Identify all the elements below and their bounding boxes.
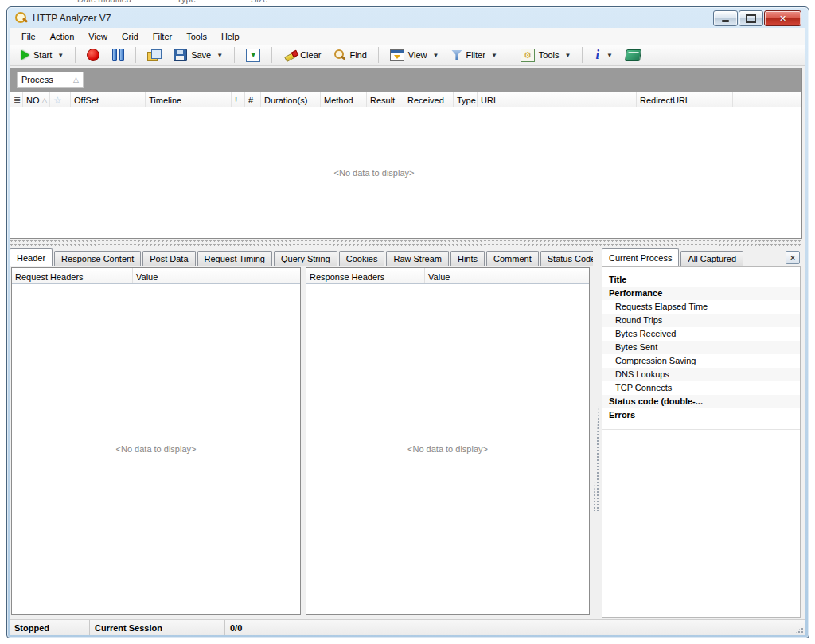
titlebar[interactable]: HTTP Analyzer V7 ✕ bbox=[7, 7, 809, 29]
tree-item-title[interactable]: Title bbox=[602, 273, 800, 287]
tab-cookies[interactable]: Cookies bbox=[339, 251, 385, 266]
status-filler bbox=[267, 620, 805, 635]
view-button[interactable]: View ▼ bbox=[384, 47, 445, 64]
tree-item-compression-saving[interactable]: Compression Saving bbox=[602, 354, 800, 368]
tools-button-label: Tools bbox=[539, 50, 560, 60]
status-state-label: Stopped bbox=[14, 623, 49, 633]
info-button[interactable]: i ▼ bbox=[588, 47, 618, 63]
session-grid: Process △ ≣NO△☆OffSetTimeline!#Duration(… bbox=[10, 68, 802, 239]
side-tab-current-process[interactable]: Current Process bbox=[602, 248, 679, 266]
tab-header[interactable]: Header bbox=[10, 248, 53, 266]
tree-item-bytes-sent[interactable]: Bytes Sent bbox=[602, 341, 800, 354]
column-header-row-list[interactable]: ≣ bbox=[10, 92, 23, 107]
stop-button[interactable] bbox=[81, 46, 105, 64]
pause-button[interactable] bbox=[107, 46, 130, 64]
close-button[interactable]: ✕ bbox=[764, 10, 801, 26]
column-header-favorite-star[interactable]: ☆ bbox=[50, 92, 71, 107]
column-header-col[interactable]: ! bbox=[232, 92, 245, 107]
side-panel-body: TitlePerformanceRequests Elapsed TimeRou… bbox=[602, 266, 801, 618]
save-dropdown-arrow-icon: ▼ bbox=[216, 52, 223, 59]
column-header-duration-s[interactable]: Duration(s) bbox=[261, 92, 321, 107]
column-label-result: Result bbox=[370, 96, 395, 105]
explorer-column-size: Size bbox=[251, 0, 267, 4]
minimize-button[interactable] bbox=[713, 10, 738, 26]
tab-comment[interactable]: Comment bbox=[486, 251, 539, 266]
column-header-timeline[interactable]: Timeline bbox=[146, 92, 232, 107]
save-button[interactable]: Save ▼ bbox=[168, 46, 228, 64]
tab-raw-stream[interactable]: Raw Stream bbox=[386, 251, 449, 266]
resize-grip-icon[interactable] bbox=[794, 624, 805, 634]
side-panel-tab-bar: Current ProcessAll Captured bbox=[602, 248, 785, 266]
side-panel-close-button[interactable]: ✕ bbox=[786, 251, 800, 264]
request-grid-empty-text: <No data to display> bbox=[116, 444, 197, 454]
column-header-result[interactable]: Result bbox=[367, 92, 404, 107]
status-bar: StoppedCurrent Session0/0 bbox=[10, 619, 805, 635]
column-label-received: Received bbox=[408, 96, 444, 105]
tab-response-content[interactable]: Response Content bbox=[54, 251, 141, 266]
app-icon bbox=[14, 12, 28, 25]
favorite-star-icon: ☆ bbox=[53, 96, 62, 105]
filter-button[interactable]: Filter ▼ bbox=[446, 48, 502, 62]
clear-button[interactable]: Clear bbox=[278, 47, 326, 64]
column-header-response-headers[interactable]: Response Headers bbox=[306, 268, 425, 283]
vertical-splitter[interactable] bbox=[593, 248, 600, 619]
column-header-request-value[interactable]: Value bbox=[133, 268, 300, 283]
column-label-timeline: Timeline bbox=[149, 96, 181, 105]
column-label-method: Method bbox=[324, 96, 353, 105]
column-label-redirecturl: RedirectURL bbox=[640, 96, 690, 105]
status-count: 0/0 bbox=[225, 620, 267, 635]
menu-item-action[interactable]: Action bbox=[43, 29, 82, 45]
response-grid-empty-text: <No data to display> bbox=[408, 444, 488, 454]
menu-item-view[interactable]: View bbox=[81, 29, 115, 45]
column-header-received[interactable]: Received bbox=[404, 92, 454, 107]
tools-button[interactable]: ⚙ Tools ▼ bbox=[515, 46, 577, 64]
tab-hints[interactable]: Hints bbox=[450, 251, 485, 266]
maximize-button[interactable] bbox=[739, 10, 763, 26]
statistics-tree: TitlePerformanceRequests Elapsed TimeRou… bbox=[602, 273, 800, 422]
group-by-process-button[interactable]: Process △ bbox=[17, 72, 84, 88]
column-header-request-headers[interactable]: Request Headers bbox=[12, 268, 133, 283]
column-label-offset: OffSet bbox=[74, 96, 99, 105]
column-header-response-value[interactable]: Value bbox=[425, 268, 589, 283]
column-header-no[interactable]: NO△ bbox=[23, 92, 50, 107]
tree-item-requests-elapsed-time[interactable]: Requests Elapsed Time bbox=[602, 300, 800, 314]
tree-item-dns-lookups[interactable]: DNS Lookups bbox=[602, 368, 800, 381]
tools-dropdown-arrow-icon: ▼ bbox=[565, 52, 571, 59]
menu-item-filter[interactable]: Filter bbox=[146, 29, 179, 45]
column-header-type[interactable]: Type bbox=[454, 92, 478, 107]
tree-item-bytes-received[interactable]: Bytes Received bbox=[602, 327, 800, 341]
column-header-redirecturl[interactable]: RedirectURL bbox=[637, 92, 733, 107]
column-label-col: # bbox=[248, 96, 253, 105]
column-header-offset[interactable]: OffSet bbox=[71, 92, 146, 107]
tab-post-data[interactable]: Post Data bbox=[142, 251, 195, 266]
menu-item-tools[interactable]: Tools bbox=[179, 29, 214, 45]
horizontal-splitter[interactable] bbox=[10, 239, 802, 248]
tree-item-tcp-connects[interactable]: TCP Connects bbox=[602, 381, 800, 395]
column-header-col[interactable]: # bbox=[245, 92, 261, 107]
auto-scroll-button[interactable]: ▼ bbox=[240, 46, 266, 64]
help-button[interactable] bbox=[620, 47, 646, 64]
toolbar-separator bbox=[378, 47, 379, 63]
save-button-label: Save bbox=[191, 50, 211, 60]
menu-item-file[interactable]: File bbox=[14, 29, 43, 45]
toolbar-separator bbox=[75, 47, 76, 63]
column-header-method[interactable]: Method bbox=[321, 92, 367, 107]
find-button[interactable]: Find bbox=[328, 47, 372, 64]
tab-request-timing[interactable]: Request Timing bbox=[197, 251, 272, 266]
menu-item-help[interactable]: Help bbox=[214, 29, 247, 45]
toolbar-separator bbox=[234, 47, 235, 63]
resubmit-button[interactable] bbox=[142, 47, 166, 64]
start-button[interactable]: Start ▼ bbox=[16, 48, 69, 62]
column-label-col: ! bbox=[235, 96, 237, 105]
tree-item-errors[interactable]: Errors bbox=[602, 408, 800, 422]
tab-query-string[interactable]: Query String bbox=[274, 251, 337, 266]
tree-item-performance[interactable]: Performance bbox=[602, 287, 800, 300]
menu-item-grid[interactable]: Grid bbox=[115, 29, 146, 45]
column-header-url[interactable]: URL bbox=[478, 92, 637, 107]
toolbar-separator bbox=[582, 47, 583, 63]
auto-scroll-icon: ▼ bbox=[246, 49, 260, 62]
tree-item-round-trips[interactable]: Round Trips bbox=[602, 314, 800, 327]
tree-item-status-code-double[interactable]: Status code (double-... bbox=[602, 395, 800, 408]
stop-icon bbox=[87, 49, 99, 61]
side-tab-all-captured[interactable]: All Captured bbox=[680, 251, 743, 266]
